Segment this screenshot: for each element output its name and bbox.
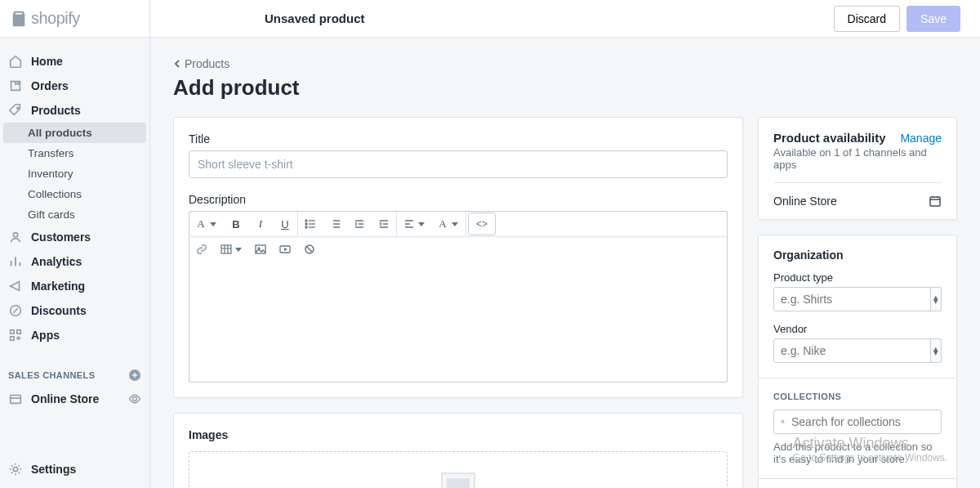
rte-underline[interactable]: U [273, 212, 297, 236]
rte-table[interactable] [214, 237, 248, 262]
svg-point-11 [305, 223, 307, 225]
search-icon [781, 416, 785, 428]
add-channel-button[interactable] [128, 369, 141, 382]
rte-link[interactable] [189, 237, 214, 262]
availability-title: Product availability [773, 131, 886, 145]
svg-rect-13 [221, 245, 231, 253]
unsaved-status: Unsaved product [265, 11, 365, 25]
rte-bold[interactable]: B [224, 212, 248, 236]
brand-name: shopify [31, 9, 80, 28]
product-type-input[interactable] [773, 287, 931, 311]
view-store-icon[interactable] [128, 392, 141, 405]
schedule-icon[interactable] [929, 195, 942, 208]
manage-link[interactable]: Manage [900, 132, 942, 145]
nav-collections[interactable]: Collections [0, 184, 149, 204]
nav-online-store[interactable]: Online Store [0, 387, 149, 411]
back-to-products[interactable]: Products [173, 57, 957, 70]
svg-rect-4 [17, 330, 21, 334]
rte-image[interactable] [248, 237, 273, 262]
rte-align[interactable] [397, 212, 431, 236]
nav-gift-cards[interactable]: Gift cards [0, 204, 149, 225]
channel-online-store: Online Store [773, 195, 837, 208]
rte-indent[interactable] [372, 212, 396, 236]
page-title: Add product [173, 75, 957, 101]
upload-image-icon [435, 468, 481, 488]
rte-format-dropdown[interactable]: A [189, 212, 224, 236]
vendor-stepper[interactable]: ▴▾ [931, 338, 942, 363]
svg-point-1 [13, 233, 17, 237]
nav-customers[interactable]: Customers [0, 225, 149, 249]
vendor-input[interactable] [773, 338, 931, 363]
nav-inventory[interactable]: Inventory [0, 163, 149, 184]
marketing-icon [8, 279, 23, 293]
images-label: Images [189, 428, 728, 441]
nav-products[interactable]: Products [0, 98, 149, 123]
rte-bullets[interactable] [298, 212, 323, 236]
svg-point-22 [782, 420, 784, 423]
svg-rect-3 [11, 330, 15, 334]
rte-numbered[interactable] [323, 212, 347, 236]
brand-logo[interactable]: shopify [0, 0, 150, 37]
svg-point-10 [305, 220, 307, 222]
customers-icon [8, 230, 23, 244]
svg-point-12 [305, 226, 307, 228]
svg-rect-7 [11, 396, 21, 404]
sales-channels-heading: SALES CHANNELS [8, 370, 95, 380]
nav-marketing[interactable]: Marketing [0, 274, 149, 298]
rte-video[interactable] [273, 237, 297, 262]
product-type-label: Product type [773, 271, 942, 284]
svg-rect-19 [447, 478, 470, 488]
description-label: Description [189, 193, 728, 206]
rte-italic[interactable]: I [248, 212, 273, 236]
analytics-icon [8, 254, 23, 269]
rte-html-toggle[interactable]: <> [468, 213, 496, 235]
availability-subtext: Available on 1 of 1 channels and apps [773, 146, 942, 171]
apps-icon [8, 328, 23, 342]
chevron-left-icon [173, 60, 181, 68]
nav-orders[interactable]: Orders [0, 74, 149, 98]
windows-watermark: Activate Windows Go to Settings to activ… [793, 435, 947, 463]
discard-button[interactable]: Discard [834, 6, 900, 32]
svg-rect-5 [11, 337, 15, 341]
description-editor[interactable] [189, 262, 728, 383]
collections-heading: COLLECTIONS [773, 392, 942, 401]
save-button[interactable]: Save [906, 6, 960, 32]
products-icon [8, 103, 23, 118]
store-icon [8, 392, 23, 406]
nav-discounts[interactable]: Discounts [0, 298, 149, 323]
nav-apps[interactable]: Apps [0, 323, 149, 347]
svg-rect-14 [256, 245, 265, 253]
nav-settings[interactable]: Settings [0, 454, 149, 488]
svg-point-9 [13, 467, 17, 471]
nav-transfers[interactable]: Transfers [0, 143, 149, 163]
organization-title: Organization [773, 248, 942, 262]
svg-rect-21 [930, 197, 940, 206]
settings-icon [8, 462, 23, 477]
orders-icon [8, 78, 23, 93]
rte-clear[interactable] [297, 237, 322, 262]
vendor-label: Vendor [773, 323, 942, 335]
rte-color[interactable]: A [431, 212, 466, 236]
shopify-bag-icon [10, 9, 28, 29]
images-dropzone[interactable] [189, 451, 728, 488]
svg-point-8 [133, 397, 137, 401]
collections-search[interactable] [773, 410, 942, 434]
nav-analytics[interactable]: Analytics [0, 249, 149, 274]
nav-home[interactable]: Home [0, 49, 149, 74]
home-icon [8, 54, 23, 69]
product-type-stepper[interactable]: ▴▾ [931, 287, 942, 311]
rte-outdent[interactable] [347, 212, 372, 236]
title-label: Title [189, 132, 728, 146]
collections-search-input[interactable] [791, 415, 934, 428]
product-title-input[interactable] [189, 150, 728, 178]
svg-point-0 [17, 107, 19, 109]
discounts-icon [8, 303, 23, 318]
nav-all-products[interactable]: All products [3, 123, 146, 143]
